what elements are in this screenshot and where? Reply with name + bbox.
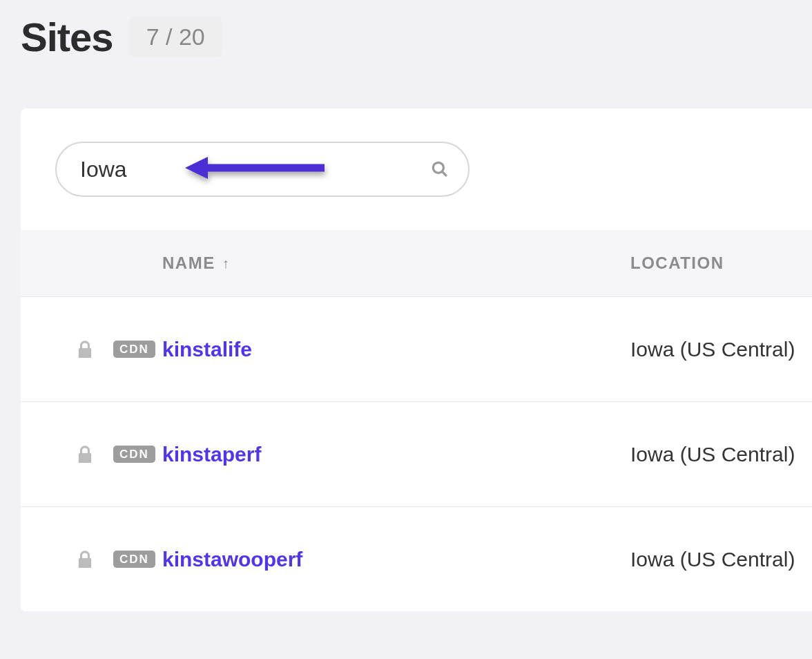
lock-icon — [77, 551, 93, 569]
site-name-link[interactable]: kinstaperf — [162, 443, 630, 466]
sort-ascending-icon: ↑ — [222, 256, 231, 270]
sites-count-badge: 7 / 20 — [130, 17, 222, 57]
search-input[interactable] — [80, 157, 427, 182]
cdn-badge: CDN — [113, 341, 155, 358]
search-area — [21, 108, 812, 230]
row-icons: CDN — [77, 341, 162, 359]
table-header: NAME ↑ LOCATION — [21, 230, 812, 296]
column-header-name-label: NAME — [162, 254, 215, 273]
column-header-location-label: LOCATION — [630, 254, 724, 272]
cdn-badge: CDN — [113, 446, 155, 463]
column-header-name[interactable]: NAME ↑ — [162, 254, 630, 273]
row-icons: CDN — [77, 551, 162, 569]
svg-rect-6 — [79, 557, 91, 568]
column-header-location[interactable]: LOCATION — [630, 254, 724, 273]
lock-icon — [77, 446, 93, 464]
site-location: Iowa (US Central) — [630, 338, 795, 361]
page-title: Sites — [21, 14, 113, 60]
svg-point-0 — [433, 162, 443, 173]
svg-line-1 — [443, 172, 447, 176]
lock-icon — [77, 341, 93, 359]
page-header: Sites 7 / 20 — [0, 0, 812, 67]
site-name-link[interactable]: kinstawooperf — [162, 548, 630, 571]
sites-card: NAME ↑ LOCATION CDN kinstalife Iowa (US … — [21, 108, 812, 611]
site-name-link[interactable]: kinstalife — [162, 338, 630, 361]
svg-rect-4 — [79, 347, 91, 358]
search-icon — [431, 160, 449, 178]
row-icons: CDN — [77, 446, 162, 464]
site-location: Iowa (US Central) — [630, 443, 795, 466]
svg-rect-5 — [79, 452, 91, 463]
table-row[interactable]: CDN kinstalife Iowa (US Central) — [21, 296, 812, 401]
table-row[interactable]: CDN kinstawooperf Iowa (US Central) — [21, 506, 812, 611]
cdn-badge: CDN — [113, 551, 155, 568]
table-row[interactable]: CDN kinstaperf Iowa (US Central) — [21, 401, 812, 506]
site-location: Iowa (US Central) — [630, 548, 795, 571]
search-field[interactable] — [55, 142, 470, 197]
